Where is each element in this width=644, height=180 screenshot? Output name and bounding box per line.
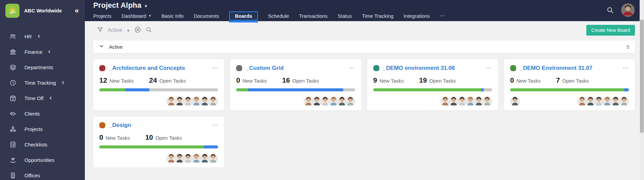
chevron-down-icon[interactable]: ▼: [127, 29, 130, 33]
chevron-down-icon: ▼: [149, 14, 152, 17]
sidebar-item-departments[interactable]: Departments: [0, 59, 85, 75]
open-tasks-label: Open Tasks: [155, 135, 182, 141]
tab-boards[interactable]: Boards: [229, 11, 258, 20]
tab-documents[interactable]: Documents: [194, 13, 219, 19]
sidebar-item-hr[interactable]: HR: [0, 29, 85, 44]
board-card[interactable]: _Architecture and Concepts ⋯ 12 New Task…: [93, 59, 224, 110]
board-card[interactable]: _DEMO Environment 31.07 ⋯ 0 New Tasks 7 …: [504, 59, 635, 110]
sidebar-item-time-off[interactable]: Time Off: [0, 90, 85, 106]
project-tabs: Projects Dashboard▼ Basic Info Documents…: [93, 10, 644, 21]
board-color-dot: [236, 65, 242, 71]
card-more-button[interactable]: ⋯: [623, 64, 629, 72]
handshake-icon: [9, 110, 16, 117]
sidebar: ABC Worldwide « HR Finance Departments T…: [0, 0, 85, 180]
open-tasks-count: 19: [419, 76, 427, 84]
company-logo: [5, 4, 19, 18]
new-tasks-count: 0: [510, 76, 514, 84]
layers-icon: [9, 64, 16, 71]
user-avatar[interactable]: [621, 3, 635, 17]
chevron-left-icon: [61, 81, 65, 85]
new-tasks-count: 0: [236, 76, 240, 84]
filter-search-icon[interactable]: [146, 27, 152, 34]
create-new-board-button[interactable]: Create New Board: [586, 25, 635, 36]
new-tasks-label: New Tasks: [243, 78, 267, 84]
new-tasks-count: 9: [373, 76, 377, 84]
chevron-down-icon[interactable]: [99, 44, 104, 50]
board-title-link[interactable]: _DEMO Environment 31.07: [520, 65, 620, 72]
board-color-dot: [99, 65, 105, 71]
scrollbar-thumb[interactable]: [640, 19, 644, 133]
sidebar-nav: HR Finance Departments Time Tracking Tim…: [0, 29, 85, 180]
new-tasks-count: 0: [99, 133, 103, 141]
sidebar-item-clients[interactable]: Clients: [0, 106, 85, 121]
card-more-button[interactable]: ⋯: [212, 64, 218, 72]
avatar: [345, 96, 355, 106]
tab-integrations[interactable]: Integrations: [404, 13, 430, 19]
board-color-dot: [99, 122, 105, 128]
board-card[interactable]: _Custom Grid ⋯ 0 New Tasks 16 Open Tasks: [230, 59, 361, 110]
board-stats: 0 New Tasks 7 Open Tasks: [510, 76, 629, 84]
filter-bar: Active ▼ Create New Board: [85, 21, 644, 37]
tab-schedule[interactable]: Schedule: [268, 13, 289, 19]
sidebar-item-time-tracking[interactable]: Time Tracking: [0, 75, 85, 90]
avatar: [510, 96, 520, 106]
tabs-overflow-button[interactable]: ⋯: [440, 13, 445, 19]
open-tasks-count: 10: [145, 133, 153, 141]
board-stats: 12 New Tasks 24 Open Tasks: [99, 76, 218, 84]
top-header: Project Alpha ▼ Projects Dashboard▼ Basi…: [0, 0, 644, 21]
card-more-button[interactable]: ⋯: [486, 64, 492, 72]
new-tasks-count: 12: [99, 76, 107, 84]
card-more-button[interactable]: ⋯: [349, 64, 355, 72]
app-window: Project Alpha ▼ Projects Dashboard▼ Basi…: [0, 0, 644, 180]
tab-dashboard[interactable]: Dashboard▼: [121, 13, 151, 19]
tab-status[interactable]: Status: [338, 13, 352, 19]
vertical-scrollbar: [640, 0, 644, 180]
board-title-link[interactable]: _Custom Grid: [246, 65, 346, 72]
board-cards-grid: _Architecture and Concepts ⋯ 12 New Task…: [93, 59, 635, 168]
board-stats: 0 New Tasks 16 Open Tasks: [236, 76, 355, 84]
sidebar-item-offices[interactable]: Offices: [0, 168, 85, 180]
tab-basic-info[interactable]: Basic Info: [162, 13, 184, 19]
board-card[interactable]: _Design ⋯ 0 New Tasks 10 Open Tasks: [93, 117, 224, 168]
tab-time-tracking[interactable]: Time Tracking: [362, 13, 393, 19]
network-icon: [9, 126, 16, 133]
board-title-link[interactable]: _Architecture and Concepts: [109, 65, 209, 72]
board-card[interactable]: _DEMO environment 31.06 ⋯ 9 New Tasks 19…: [367, 59, 498, 110]
section-title: Active: [109, 44, 627, 50]
avatar: [619, 96, 629, 106]
sidebar-collapse-button[interactable]: «: [75, 7, 79, 14]
project-title-dropdown[interactable]: Project Alpha ▼: [93, 1, 644, 10]
new-tasks-label: New Tasks: [516, 78, 540, 84]
sidebar-item-projects[interactable]: Projects: [0, 121, 85, 137]
progress-bar: [510, 88, 629, 91]
sidebar-item-opportunities[interactable]: Opportunities: [0, 152, 85, 168]
new-tasks-label: New Tasks: [109, 78, 133, 84]
checklist-icon: [9, 141, 16, 148]
assignee-avatars: [99, 96, 218, 106]
board-title-link[interactable]: _Design: [109, 122, 209, 129]
filter-clear-icon[interactable]: [134, 26, 141, 35]
chevron-left-icon: [37, 34, 41, 38]
open-tasks-count: 7: [556, 76, 560, 84]
tab-transactions[interactable]: Transactions: [299, 13, 328, 19]
progress-bar: [99, 145, 218, 148]
building-icon: [9, 172, 16, 179]
sidebar-item-finance[interactable]: Finance: [0, 44, 85, 59]
board-title-link[interactable]: _DEMO environment 31.06: [383, 65, 483, 72]
sprout-hand-icon: [9, 156, 16, 164]
main-content: Active ▼ Create New Board Active 5 _Arch…: [85, 21, 644, 180]
tab-projects[interactable]: Projects: [93, 13, 111, 19]
calendar-x-icon: [9, 95, 16, 102]
chevron-down-icon: ▼: [144, 4, 148, 8]
card-more-button[interactable]: ⋯: [212, 122, 218, 129]
assignee-avatars: [510, 96, 629, 106]
assignee-avatars: [236, 96, 355, 106]
search-icon[interactable]: [606, 6, 614, 14]
chevron-left-icon: [49, 96, 53, 100]
filter-funnel-icon: [97, 27, 103, 34]
filter-status-dropdown[interactable]: Active: [108, 27, 122, 33]
sidebar-item-checklists[interactable]: Checklists: [0, 137, 85, 152]
board-stats: 9 New Tasks 19 Open Tasks: [373, 76, 492, 84]
active-section-header[interactable]: Active 5: [93, 41, 635, 53]
section-count: 5: [627, 44, 629, 50]
